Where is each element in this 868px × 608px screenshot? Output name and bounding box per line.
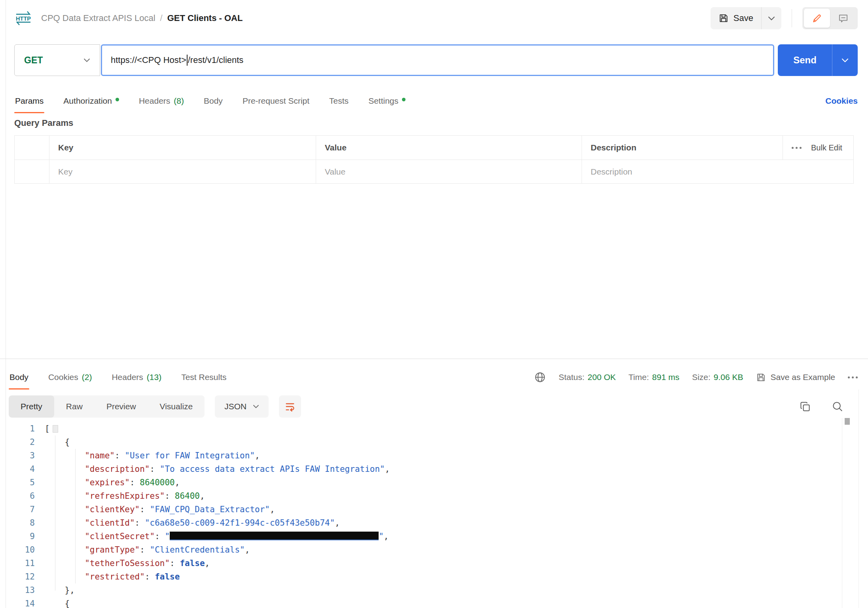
code-indent bbox=[45, 545, 85, 555]
view-tab-visualize[interactable]: Visualize bbox=[148, 395, 205, 418]
param-key-input[interactable]: Key bbox=[49, 160, 316, 183]
search-icon bbox=[832, 401, 843, 412]
code-indent bbox=[45, 464, 85, 474]
header-divider bbox=[792, 9, 792, 27]
tab-label: Headers bbox=[139, 96, 170, 106]
code-indent bbox=[45, 599, 65, 608]
breadcrumb-collection[interactable]: CPQ Data Extract APIS Local bbox=[41, 13, 155, 23]
response-more-actions-icon[interactable] bbox=[848, 376, 858, 378]
response-tab-headers[interactable]: Headers(13) bbox=[111, 365, 162, 390]
select-column-header bbox=[15, 136, 49, 160]
save-as-example-button[interactable]: Save as Example bbox=[756, 372, 835, 382]
code-indent bbox=[45, 518, 85, 528]
request-tab-body[interactable]: Body bbox=[203, 89, 224, 113]
view-tab-pretty[interactable]: Pretty bbox=[9, 395, 54, 418]
url-input[interactable]: https://<CPQ Host>/rest/v1/clients bbox=[101, 44, 774, 76]
request-tab-authorization[interactable]: Authorization bbox=[63, 89, 120, 113]
request-tab-headers[interactable]: Headers(8) bbox=[138, 89, 185, 113]
code-scrollbar-thumb[interactable] bbox=[845, 418, 850, 425]
response-tab-cookies[interactable]: Cookies(2) bbox=[47, 365, 93, 390]
view-tab-raw[interactable]: Raw bbox=[54, 395, 95, 418]
text-caret bbox=[187, 55, 188, 66]
tab-label: Params bbox=[15, 96, 44, 106]
comment-mode-button[interactable] bbox=[830, 9, 856, 28]
response-tabs: BodyCookies(2)Headers(13)Test Results bbox=[9, 365, 227, 390]
response-body-viewer[interactable]: 1[2 {3 "name": "User for FAW Integration… bbox=[0, 419, 842, 608]
tab-label: Body bbox=[204, 96, 223, 106]
code-punctuation: : bbox=[155, 532, 165, 541]
request-tab-params[interactable]: Params bbox=[14, 89, 44, 113]
code-line: 4 "description": "To access data extract… bbox=[0, 462, 842, 476]
value-column-header: Value bbox=[316, 136, 582, 160]
code-line: 12 "restricted": false bbox=[0, 570, 842, 583]
size-label: Size: bbox=[692, 372, 711, 382]
description-column-header: Description bbox=[582, 136, 783, 160]
code-punctuation: : bbox=[170, 559, 180, 568]
request-tab-settings[interactable]: Settings bbox=[368, 89, 406, 113]
json-key: "tetherToSession" bbox=[85, 559, 170, 568]
status-label: Status: bbox=[559, 372, 584, 382]
code-indent bbox=[45, 532, 85, 541]
response-tools bbox=[799, 401, 858, 412]
fold-marker[interactable] bbox=[53, 425, 58, 433]
response-tab-test-results[interactable]: Test Results bbox=[180, 365, 227, 390]
breadcrumb-separator: / bbox=[160, 13, 163, 23]
code-punctuation: [ bbox=[45, 424, 50, 433]
line-content: "refreshExpires": 86400, bbox=[35, 491, 205, 501]
save-options-button[interactable] bbox=[762, 7, 781, 29]
code-punctuation: , bbox=[205, 559, 210, 568]
tab-count: (2) bbox=[82, 372, 92, 382]
code-punctuation: { bbox=[65, 599, 70, 608]
tab-label: Cookies bbox=[48, 372, 78, 382]
json-string: "User for FAW Integration" bbox=[125, 451, 255, 460]
network-globe-icon[interactable] bbox=[534, 371, 546, 383]
line-number: 1 bbox=[0, 422, 35, 435]
modified-dot bbox=[116, 98, 119, 101]
search-response-button[interactable] bbox=[832, 401, 843, 412]
code-line: 6 "refreshExpires": 86400, bbox=[0, 489, 842, 503]
code-scrollbar-track bbox=[842, 418, 842, 608]
json-boolean: false bbox=[180, 559, 205, 568]
request-tab-pre-request-script[interactable]: Pre-request Script bbox=[242, 89, 310, 113]
method-dropdown[interactable]: GET bbox=[14, 44, 100, 76]
code-punctuation: , bbox=[385, 464, 390, 474]
save-button-group: Save bbox=[711, 7, 781, 29]
request-tab-tests[interactable]: Tests bbox=[328, 89, 349, 113]
indent-guide bbox=[75, 449, 76, 583]
line-number: 4 bbox=[0, 462, 35, 476]
send-options-button[interactable] bbox=[832, 44, 858, 76]
line-number: 6 bbox=[0, 489, 35, 503]
json-key: "expires" bbox=[85, 478, 130, 487]
json-key: "grantType" bbox=[85, 545, 140, 555]
time-value: 891 ms bbox=[652, 372, 679, 382]
edit-mode-button[interactable] bbox=[804, 9, 830, 28]
param-description-input[interactable]: Description bbox=[582, 160, 853, 183]
save-button[interactable]: Save bbox=[711, 7, 761, 29]
response-view-switcher: PrettyRawPreviewVisualize bbox=[9, 395, 205, 418]
format-dropdown[interactable]: JSON bbox=[215, 395, 269, 418]
send-button-label: Send bbox=[793, 55, 817, 66]
time-label: Time: bbox=[629, 372, 649, 382]
param-value-input[interactable]: Value bbox=[316, 160, 582, 183]
wrap-text-button[interactable] bbox=[279, 395, 301, 418]
line-content: "tetherToSession": false, bbox=[35, 559, 210, 568]
response-tab-body[interactable]: Body bbox=[9, 365, 29, 390]
send-button[interactable]: Send bbox=[778, 44, 832, 76]
bulk-edit-button[interactable]: Bulk Edit bbox=[811, 143, 842, 152]
more-actions-icon[interactable] bbox=[792, 147, 802, 149]
code-line: 9 "clientSecret": "", bbox=[0, 530, 842, 543]
response-meta: Status: 200 OK Time: 891 ms Size: 9.06 K… bbox=[534, 365, 858, 390]
code-line: 8 "clientId": "c6a68e50-c009-42f1-994c-c… bbox=[0, 516, 842, 530]
line-number: 2 bbox=[0, 435, 35, 449]
response-pane-divider[interactable] bbox=[0, 359, 868, 359]
line-number: 5 bbox=[0, 476, 35, 489]
view-tab-preview[interactable]: Preview bbox=[95, 395, 148, 418]
copy-icon bbox=[799, 401, 811, 412]
tab-count: (8) bbox=[174, 96, 184, 106]
breadcrumb-request-name[interactable]: GET Clients - OAL bbox=[167, 13, 243, 23]
key-column-header: Key bbox=[49, 136, 316, 160]
tab-label: Test Results bbox=[181, 372, 226, 382]
cookies-link[interactable]: Cookies bbox=[825, 96, 858, 106]
copy-response-button[interactable] bbox=[799, 401, 811, 412]
indent-guide bbox=[55, 435, 55, 591]
